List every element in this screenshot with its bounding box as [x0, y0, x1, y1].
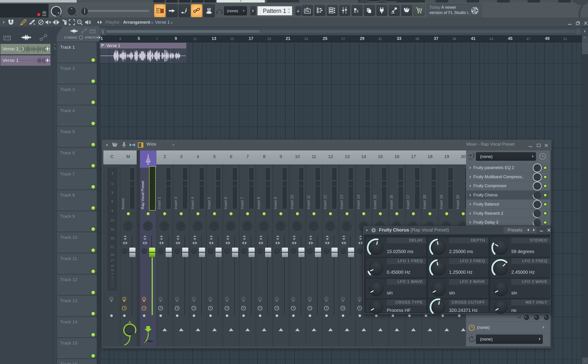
svg-text:EQ: EQ [469, 158, 472, 161]
